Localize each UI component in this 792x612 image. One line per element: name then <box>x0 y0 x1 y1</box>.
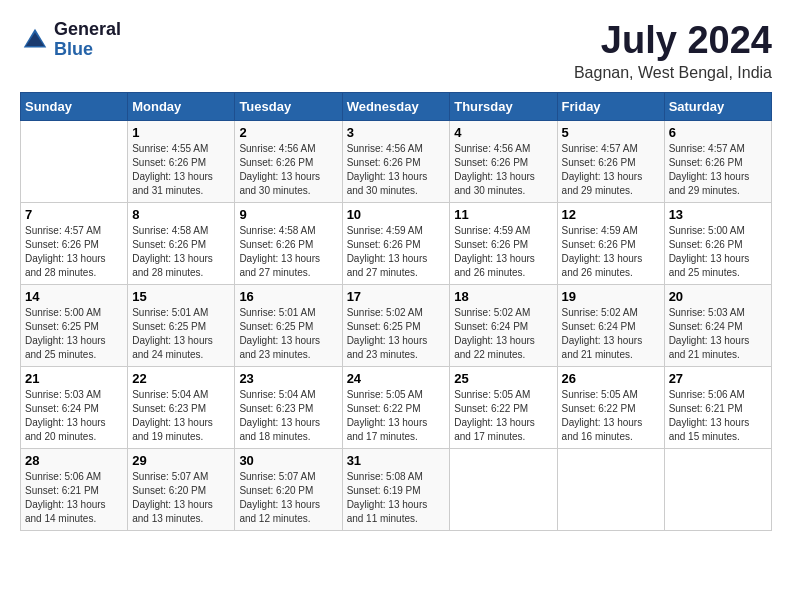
day-number: 15 <box>132 289 230 304</box>
day-detail: Sunrise: 4:56 AM Sunset: 6:26 PM Dayligh… <box>454 142 552 198</box>
day-number: 17 <box>347 289 446 304</box>
day-number: 9 <box>239 207 337 222</box>
calendar-table: SundayMondayTuesdayWednesdayThursdayFrid… <box>20 92 772 531</box>
table-row: 18Sunrise: 5:02 AM Sunset: 6:24 PM Dayli… <box>450 284 557 366</box>
day-number: 30 <box>239 453 337 468</box>
day-number: 27 <box>669 371 767 386</box>
header-thursday: Thursday <box>450 92 557 120</box>
page-header: General Blue July 2024 Bagnan, West Beng… <box>20 20 772 82</box>
table-row: 17Sunrise: 5:02 AM Sunset: 6:25 PM Dayli… <box>342 284 450 366</box>
logo-blue: Blue <box>54 40 121 60</box>
table-row: 24Sunrise: 5:05 AM Sunset: 6:22 PM Dayli… <box>342 366 450 448</box>
table-row: 4Sunrise: 4:56 AM Sunset: 6:26 PM Daylig… <box>450 120 557 202</box>
week-row-3: 14Sunrise: 5:00 AM Sunset: 6:25 PM Dayli… <box>21 284 772 366</box>
day-number: 11 <box>454 207 552 222</box>
day-detail: Sunrise: 5:02 AM Sunset: 6:25 PM Dayligh… <box>347 306 446 362</box>
day-number: 28 <box>25 453 123 468</box>
calendar-header-row: SundayMondayTuesdayWednesdayThursdayFrid… <box>21 92 772 120</box>
table-row <box>21 120 128 202</box>
table-row: 10Sunrise: 4:59 AM Sunset: 6:26 PM Dayli… <box>342 202 450 284</box>
table-row: 21Sunrise: 5:03 AM Sunset: 6:24 PM Dayli… <box>21 366 128 448</box>
day-detail: Sunrise: 5:05 AM Sunset: 6:22 PM Dayligh… <box>562 388 660 444</box>
day-number: 13 <box>669 207 767 222</box>
table-row: 19Sunrise: 5:02 AM Sunset: 6:24 PM Dayli… <box>557 284 664 366</box>
day-number: 16 <box>239 289 337 304</box>
day-number: 25 <box>454 371 552 386</box>
day-detail: Sunrise: 5:00 AM Sunset: 6:25 PM Dayligh… <box>25 306 123 362</box>
day-detail: Sunrise: 5:02 AM Sunset: 6:24 PM Dayligh… <box>562 306 660 362</box>
day-detail: Sunrise: 5:01 AM Sunset: 6:25 PM Dayligh… <box>132 306 230 362</box>
table-row: 29Sunrise: 5:07 AM Sunset: 6:20 PM Dayli… <box>128 448 235 530</box>
day-number: 18 <box>454 289 552 304</box>
day-detail: Sunrise: 4:58 AM Sunset: 6:26 PM Dayligh… <box>239 224 337 280</box>
table-row: 23Sunrise: 5:04 AM Sunset: 6:23 PM Dayli… <box>235 366 342 448</box>
header-monday: Monday <box>128 92 235 120</box>
day-number: 10 <box>347 207 446 222</box>
day-detail: Sunrise: 4:57 AM Sunset: 6:26 PM Dayligh… <box>562 142 660 198</box>
table-row: 31Sunrise: 5:08 AM Sunset: 6:19 PM Dayli… <box>342 448 450 530</box>
table-row: 13Sunrise: 5:00 AM Sunset: 6:26 PM Dayli… <box>664 202 771 284</box>
day-detail: Sunrise: 5:03 AM Sunset: 6:24 PM Dayligh… <box>669 306 767 362</box>
day-number: 23 <box>239 371 337 386</box>
table-row: 5Sunrise: 4:57 AM Sunset: 6:26 PM Daylig… <box>557 120 664 202</box>
day-number: 3 <box>347 125 446 140</box>
day-number: 1 <box>132 125 230 140</box>
table-row: 15Sunrise: 5:01 AM Sunset: 6:25 PM Dayli… <box>128 284 235 366</box>
day-number: 24 <box>347 371 446 386</box>
table-row: 7Sunrise: 4:57 AM Sunset: 6:26 PM Daylig… <box>21 202 128 284</box>
day-number: 31 <box>347 453 446 468</box>
day-detail: Sunrise: 4:58 AM Sunset: 6:26 PM Dayligh… <box>132 224 230 280</box>
day-number: 21 <box>25 371 123 386</box>
table-row: 8Sunrise: 4:58 AM Sunset: 6:26 PM Daylig… <box>128 202 235 284</box>
day-number: 4 <box>454 125 552 140</box>
day-detail: Sunrise: 4:59 AM Sunset: 6:26 PM Dayligh… <box>454 224 552 280</box>
table-row: 11Sunrise: 4:59 AM Sunset: 6:26 PM Dayli… <box>450 202 557 284</box>
day-number: 2 <box>239 125 337 140</box>
table-row: 14Sunrise: 5:00 AM Sunset: 6:25 PM Dayli… <box>21 284 128 366</box>
day-detail: Sunrise: 4:56 AM Sunset: 6:26 PM Dayligh… <box>347 142 446 198</box>
day-detail: Sunrise: 5:08 AM Sunset: 6:19 PM Dayligh… <box>347 470 446 526</box>
table-row: 30Sunrise: 5:07 AM Sunset: 6:20 PM Dayli… <box>235 448 342 530</box>
day-number: 26 <box>562 371 660 386</box>
week-row-1: 1Sunrise: 4:55 AM Sunset: 6:26 PM Daylig… <box>21 120 772 202</box>
logo-icon <box>20 25 50 55</box>
table-row: 3Sunrise: 4:56 AM Sunset: 6:26 PM Daylig… <box>342 120 450 202</box>
week-row-5: 28Sunrise: 5:06 AM Sunset: 6:21 PM Dayli… <box>21 448 772 530</box>
day-detail: Sunrise: 4:59 AM Sunset: 6:26 PM Dayligh… <box>347 224 446 280</box>
table-row <box>557 448 664 530</box>
table-row <box>450 448 557 530</box>
week-row-4: 21Sunrise: 5:03 AM Sunset: 6:24 PM Dayli… <box>21 366 772 448</box>
table-row: 20Sunrise: 5:03 AM Sunset: 6:24 PM Dayli… <box>664 284 771 366</box>
header-wednesday: Wednesday <box>342 92 450 120</box>
logo-general: General <box>54 20 121 40</box>
day-detail: Sunrise: 5:05 AM Sunset: 6:22 PM Dayligh… <box>454 388 552 444</box>
day-number: 5 <box>562 125 660 140</box>
location: Bagnan, West Bengal, India <box>574 64 772 82</box>
day-detail: Sunrise: 5:06 AM Sunset: 6:21 PM Dayligh… <box>25 470 123 526</box>
day-detail: Sunrise: 5:04 AM Sunset: 6:23 PM Dayligh… <box>132 388 230 444</box>
table-row: 2Sunrise: 4:56 AM Sunset: 6:26 PM Daylig… <box>235 120 342 202</box>
table-row: 1Sunrise: 4:55 AM Sunset: 6:26 PM Daylig… <box>128 120 235 202</box>
day-detail: Sunrise: 5:01 AM Sunset: 6:25 PM Dayligh… <box>239 306 337 362</box>
day-number: 20 <box>669 289 767 304</box>
logo-text: General Blue <box>54 20 121 60</box>
header-tuesday: Tuesday <box>235 92 342 120</box>
day-detail: Sunrise: 4:57 AM Sunset: 6:26 PM Dayligh… <box>669 142 767 198</box>
day-number: 19 <box>562 289 660 304</box>
table-row: 28Sunrise: 5:06 AM Sunset: 6:21 PM Dayli… <box>21 448 128 530</box>
day-number: 14 <box>25 289 123 304</box>
header-sunday: Sunday <box>21 92 128 120</box>
table-row <box>664 448 771 530</box>
day-number: 29 <box>132 453 230 468</box>
table-row: 9Sunrise: 4:58 AM Sunset: 6:26 PM Daylig… <box>235 202 342 284</box>
table-row: 6Sunrise: 4:57 AM Sunset: 6:26 PM Daylig… <box>664 120 771 202</box>
day-detail: Sunrise: 5:05 AM Sunset: 6:22 PM Dayligh… <box>347 388 446 444</box>
day-detail: Sunrise: 5:03 AM Sunset: 6:24 PM Dayligh… <box>25 388 123 444</box>
month-title: July 2024 <box>574 20 772 62</box>
table-row: 26Sunrise: 5:05 AM Sunset: 6:22 PM Dayli… <box>557 366 664 448</box>
day-number: 8 <box>132 207 230 222</box>
day-detail: Sunrise: 5:07 AM Sunset: 6:20 PM Dayligh… <box>132 470 230 526</box>
table-row: 16Sunrise: 5:01 AM Sunset: 6:25 PM Dayli… <box>235 284 342 366</box>
day-detail: Sunrise: 5:04 AM Sunset: 6:23 PM Dayligh… <box>239 388 337 444</box>
day-number: 6 <box>669 125 767 140</box>
